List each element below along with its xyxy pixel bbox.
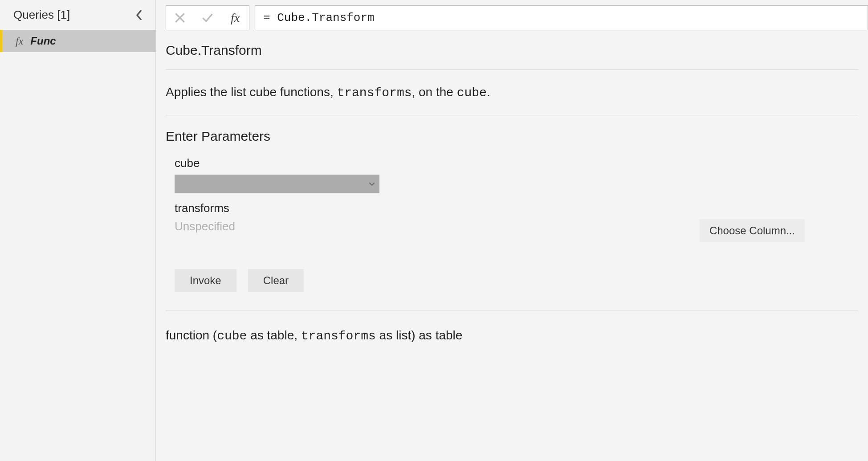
formula-input[interactable] [255,5,868,30]
query-item-label: Func [30,35,56,47]
sig-code-cube: cube [217,329,247,343]
param-cube-dropdown[interactable] [175,175,379,193]
sig-text: as table, [247,328,301,342]
collapse-sidebar-icon[interactable] [132,8,146,22]
sig-text: as list) as table [376,328,463,342]
param-cube-row: cube transforms Unspecified [166,156,858,233]
param-transforms-label: transforms [175,201,858,215]
cancel-formula-icon[interactable] [166,6,194,30]
desc-text: , on the [412,85,456,99]
sidebar-header: Queries [1] [0,0,155,30]
formula-bar-controls: fx [166,5,249,30]
action-row: Invoke Clear [166,269,858,292]
commit-formula-icon[interactable] [194,6,221,30]
param-transforms-value: Unspecified [175,220,858,233]
desc-text: Applies the list cube functions, [166,85,337,99]
sidebar-title: Queries [1] [13,8,70,22]
desc-code-transforms: transforms [337,86,412,100]
parameters-heading: Enter Parameters [166,129,858,144]
chevron-down-icon [369,181,375,187]
function-description: Applies the list cube functions, transfo… [166,70,858,115]
main-panel: fx Cube.Transform Applies the list cube … [156,0,868,461]
desc-code-cube: cube [457,86,487,100]
app-root: Queries [1] fx Func fx [0,0,868,461]
formula-bar-row: fx [156,0,868,30]
content-area: Cube.Transform Applies the list cube fun… [156,30,868,461]
parameters-section: Enter Parameters cube transforms Unspeci… [166,115,858,310]
param-cube-label: cube [175,156,858,170]
sig-text: function ( [166,328,217,342]
function-signature: function (cube as table, transforms as l… [166,310,858,361]
queries-sidebar: Queries [1] fx Func [0,0,156,461]
desc-text: . [487,85,490,99]
function-title: Cube.Transform [166,43,858,70]
invoke-button[interactable]: Invoke [175,269,236,292]
fx-icon: fx [16,35,23,47]
sig-code-transforms: transforms [301,329,376,343]
clear-button[interactable]: Clear [248,269,304,292]
fx-formula-icon[interactable]: fx [221,6,249,30]
query-item-func[interactable]: fx Func [0,30,155,52]
